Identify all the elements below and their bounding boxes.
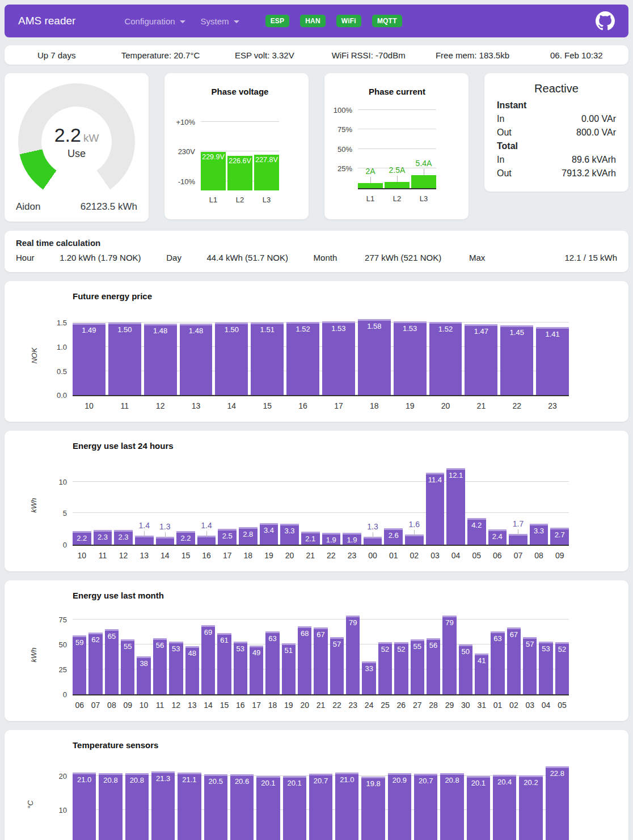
phase-voltage-card: Phase voltage +10%230V-10%229.9V226.6V22… [164, 73, 309, 219]
bar-value-label: 20.1 [283, 779, 306, 787]
x-tick-label: 21 [301, 551, 320, 560]
label-leader-line [206, 531, 207, 537]
bar-value-label: 20.8 [440, 776, 463, 784]
caret-down-icon [180, 20, 185, 23]
y-tick-label: 50 [33, 640, 67, 649]
bar: 20.8 [440, 773, 463, 840]
uptime: Up 7 days [5, 50, 108, 60]
temperature-sensors-title: Temperature sensors [73, 740, 614, 750]
reactive-instant-in-label: In [497, 112, 504, 126]
energy-last-month-card: Energy use last month 0255075kWh59626555… [5, 580, 628, 721]
bar: 227.8V [254, 155, 279, 191]
realtime-calculation-card: Real time calculation Hour 1.20 kWh (1.7… [5, 231, 628, 272]
bar-value-label: 3.3 [530, 527, 548, 535]
x-tick-label: 15 [176, 551, 195, 560]
gauge-mode-label: Use [67, 148, 86, 160]
label-leader-line [144, 531, 145, 537]
bar-value-label: 1.53 [394, 324, 427, 333]
bar-value-label: 57 [523, 640, 537, 648]
bar: 52 [555, 642, 569, 694]
bar-value-label: 53 [169, 644, 183, 653]
bar: 52 [394, 642, 408, 694]
bar-value-label: 2.5A [389, 166, 406, 175]
reactive-row: Out 800.0 VAr [497, 126, 616, 139]
reactive-row: Out 7913.2 kVArh [497, 167, 616, 180]
bar-value-label: 1.47 [465, 327, 497, 336]
status-bar: Up 7 days Temperature: 20.7°C ESP volt: … [5, 45, 628, 65]
bar-value-label: 49 [250, 648, 263, 657]
menu-system[interactable]: System [201, 16, 239, 26]
bar: 4.2 [467, 518, 486, 545]
bar-value-label: 1.45 [500, 328, 533, 337]
bar-value-label: 1.6 [409, 520, 420, 529]
bar: 1.4 [135, 536, 154, 545]
reactive-row: In 89.6 kVArh [497, 153, 616, 167]
x-tick-label: 22 [330, 701, 344, 710]
app-brand[interactable]: AMS reader [18, 15, 75, 27]
x-tick-label: 12 [144, 401, 177, 410]
bar-value-label: 2.4 [488, 532, 507, 541]
bar: 41 [475, 654, 488, 694]
x-tick-label: 11 [153, 701, 167, 710]
gridline [358, 149, 436, 149]
y-tick-label: 20 [33, 772, 67, 780]
bar: 1.48 [180, 324, 213, 395]
bar-value-label: 20.7 [309, 777, 332, 785]
bar-value-label: 21.3 [151, 774, 175, 783]
x-axis-labels: L1L2L3 [358, 194, 436, 203]
bar-value-label: 57 [330, 640, 344, 648]
realtime-day-label: Day [166, 253, 182, 262]
phase-voltage-chart: +10%230V-10%229.9V226.6V227.8VL1L2L3 [201, 121, 279, 204]
x-tick-label: 24 [362, 701, 375, 710]
x-tick-label: 06 [73, 701, 86, 710]
bar-value-label: 1.3 [367, 522, 378, 531]
bar: 53 [539, 642, 552, 694]
bar: 20.9 [388, 773, 411, 840]
bar: 12.1 [446, 468, 465, 545]
y-axis-unit-label: °C [26, 800, 35, 809]
x-tick-label: 26 [394, 701, 408, 710]
bar: 226.6V [227, 156, 252, 190]
x-tick-label: 16 [197, 551, 216, 560]
bar: 1.9 [322, 533, 341, 545]
bar-value-label: 20.6 [230, 777, 254, 786]
bar: 20.7 [414, 774, 437, 840]
x-tick-label: 01 [491, 701, 504, 710]
bar-value-label: 5.4A [416, 159, 432, 168]
bar-value-label: 20.8 [125, 776, 149, 784]
bar-value-label: 56 [427, 641, 440, 650]
bar-value-label: 2.6 [384, 531, 403, 540]
status-badge-wifi: WiFi [336, 15, 361, 27]
bar: 11.4 [426, 473, 445, 545]
bar-value-label: 4.2 [467, 521, 486, 529]
energy-last-month-title: Energy use last month [73, 591, 614, 600]
bar: 56 [153, 638, 167, 694]
bar-value-label: 12.1 [446, 471, 465, 480]
x-tick-label: 03 [523, 701, 537, 710]
bar: 20.5 [204, 774, 227, 840]
bar-value-label: 20.9 [388, 776, 411, 784]
x-tick-label: 05 [555, 701, 569, 710]
y-tick-label: +10% [161, 118, 195, 126]
realtime-month-label: Month [314, 253, 337, 262]
x-tick-label: 12 [169, 701, 183, 710]
x-tick-label: 22 [322, 551, 341, 560]
meter-total-kwh: 62123.5 kWh [81, 201, 137, 213]
x-tick-label: 07 [509, 551, 528, 560]
github-icon[interactable] [596, 11, 615, 31]
bar-value-label: 2.3 [114, 533, 133, 541]
bar-value-label: 79 [346, 618, 360, 627]
bar-value-label: 21.0 [335, 775, 358, 784]
bar-value-label: 52 [378, 645, 392, 654]
x-tick-label: 14 [201, 701, 215, 710]
menu-configuration[interactable]: Configuration [124, 16, 185, 26]
bar: 1.6 [405, 534, 424, 545]
x-tick-label: 00 [364, 551, 382, 560]
bar: 67 [507, 627, 521, 694]
x-tick-label: 03 [426, 551, 445, 560]
status-badge-mqtt: MQTT [372, 15, 402, 27]
bar: 52 [378, 642, 392, 694]
bar-value-label: 1.49 [73, 326, 106, 334]
bar: 38 [137, 656, 150, 694]
bar: 2.7 [550, 528, 569, 545]
